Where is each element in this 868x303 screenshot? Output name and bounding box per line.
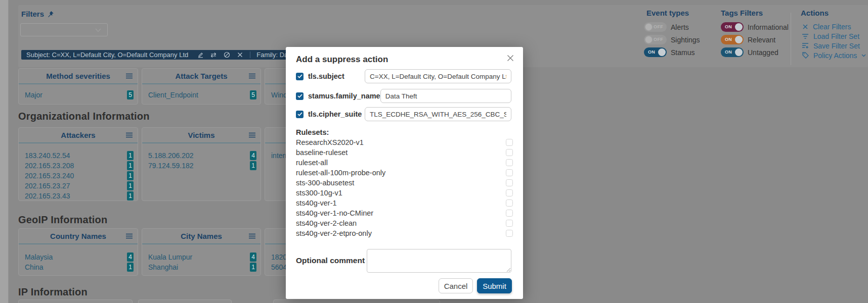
ruleset-name: ruleset-all-100m-probe-only <box>296 169 385 177</box>
tls-subject-input[interactable] <box>365 69 511 83</box>
modal-title: Add a suppress action <box>296 55 388 65</box>
suppress-action-modal: Add a suppress action tls.subject stamus… <box>286 47 523 299</box>
ruleset-row: ResearchXS2020-v1 <box>296 137 513 147</box>
cancel-button[interactable]: Cancel <box>439 278 473 293</box>
ruleset-checkbox[interactable] <box>506 139 513 146</box>
comment-textarea[interactable] <box>367 249 511 273</box>
field-checkbox-checked[interactable] <box>296 73 303 80</box>
check-icon <box>297 112 302 116</box>
field-checkbox-checked[interactable] <box>296 111 303 118</box>
ruleset-row: sts40g-ver-1 <box>296 198 513 208</box>
field-row-tls-subject: tls.subject <box>296 69 511 83</box>
ruleset-name: ResearchXS2020-v1 <box>296 138 364 146</box>
ruleset-checkbox[interactable] <box>506 199 513 207</box>
ruleset-name: sts40g-ver-2-etpro-only <box>296 229 372 237</box>
ruleset-row: sts40g-ver-1-no-CMiner <box>296 208 513 218</box>
family-name-input[interactable] <box>380 89 511 103</box>
ruleset-checkbox[interactable] <box>506 210 513 217</box>
ruleset-name: sts-300-abusetest <box>296 179 354 187</box>
submit-button[interactable]: Submit <box>477 278 512 293</box>
ruleset-name: ruleset-all <box>296 159 328 167</box>
ruleset-row: ruleset-all <box>296 158 513 168</box>
ruleset-row: sts-300-abusetest <box>296 178 513 188</box>
ruleset-row: sts300-10g-v1 <box>296 188 513 198</box>
rulesets-label: Rulesets: <box>296 128 329 136</box>
ruleset-row: baseline-ruleset <box>296 147 513 158</box>
ruleset-checkbox[interactable] <box>506 179 513 186</box>
app-screen: Filters Subject: C=XX, L=Default City, O… <box>0 0 868 303</box>
ruleset-checkbox[interactable] <box>506 189 513 196</box>
ruleset-name: sts40g-ver-2-clean <box>296 219 357 227</box>
cipher-suite-input[interactable] <box>365 107 511 121</box>
field-checkbox-checked[interactable] <box>296 92 303 100</box>
field-row-cipher-suite: tls.cipher_suite <box>296 107 511 121</box>
ruleset-name: baseline-ruleset <box>296 148 348 157</box>
ruleset-checkbox[interactable] <box>506 230 513 237</box>
field-label: tls.cipher_suite <box>308 110 365 118</box>
ruleset-row: sts40g-ver-2-clean <box>296 218 513 228</box>
ruleset-name: sts40g-ver-1 <box>296 199 337 207</box>
ruleset-name: sts300-10g-v1 <box>296 189 342 197</box>
check-icon <box>297 74 302 78</box>
left-scrollbar[interactable] <box>0 0 9 303</box>
comment-label: Optional comment <box>296 256 365 265</box>
ruleset-checkbox[interactable] <box>506 159 513 166</box>
ruleset-row: sts40g-ver-2-etpro-only <box>296 228 513 238</box>
ruleset-row: ruleset-all-100m-probe-only <box>296 168 513 178</box>
ruleset-checkbox[interactable] <box>506 220 513 227</box>
ruleset-checkbox[interactable] <box>506 169 513 176</box>
field-row-family-name: stamus.family_name <box>296 89 511 103</box>
ruleset-checkbox[interactable] <box>506 149 513 156</box>
ruleset-name: sts40g-ver-1-no-CMiner <box>296 209 373 217</box>
check-icon <box>297 94 302 98</box>
field-label: tls.subject <box>308 72 365 80</box>
close-icon[interactable] <box>506 54 514 62</box>
field-label: stamus.family_name <box>308 92 380 100</box>
